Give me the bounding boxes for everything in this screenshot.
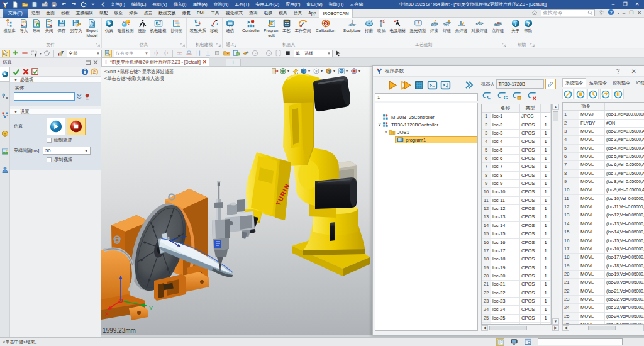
pt-export-icon[interactable] <box>511 91 524 101</box>
instruction-row[interactable]: 9MOVL(loc-8,Vel=0.05000,A <box>563 178 644 186</box>
instruction-tab-控制指令[interactable]: 控制指令 <box>610 79 633 87</box>
prompt-panel-icon[interactable] <box>496 338 504 346</box>
ribbon-button[interactable]: 对接焊缝 <box>470 18 490 34</box>
undo-icon[interactable] <box>60 1 67 8</box>
robot-name-field[interactable]: TR30-1720B <box>496 79 544 89</box>
menu-item-7[interactable]: 工具(T) <box>233 0 251 9</box>
file-menu-button[interactable]: 文件(F) <box>3 9 28 18</box>
ribbon-button[interactable]: 喷涂 <box>375 18 388 34</box>
ribbon-tab-视觉样式[interactable]: 视觉样式 <box>223 9 246 18</box>
run-sim-icon[interactable] <box>387 80 398 91</box>
monitor-icon[interactable] <box>510 338 518 346</box>
ribbon-tab-app[interactable]: App <box>305 9 319 18</box>
exit-env-icon[interactable] <box>271 67 279 75</box>
ribbon-tab-数据交换[interactable]: 数据交换 <box>155 9 179 18</box>
group-flyout-icon[interactable] <box>232 43 236 47</box>
edit-robot-button[interactable] <box>545 79 556 89</box>
dropdown-caret-icon[interactable]: ▾ <box>40 51 42 55</box>
ref-icon[interactable] <box>213 50 221 57</box>
instruction-row[interactable]: 12MOVL(loc-11,Vel=0.05000,A <box>563 203 644 211</box>
info-icon[interactable] <box>81 68 89 75</box>
ribbon-button[interactable]: ExportModel <box>84 18 100 38</box>
group-flyout-icon[interactable] <box>96 43 100 47</box>
menu-item-9[interactable]: 应用(P) <box>284 0 302 9</box>
view-caret-icon[interactable]: ▾ <box>333 69 337 73</box>
appearance-icon[interactable] <box>338 67 345 75</box>
asm-sel-icon[interactable] <box>242 50 250 57</box>
menu-item-4[interactable]: 插入(I) <box>172 0 189 9</box>
location-row[interactable]: 5loc-5CPOS1 <box>482 147 551 155</box>
ribbon-button[interactable]: 角焊缝 <box>453 18 470 34</box>
solid-tab-icon[interactable] <box>0 126 10 141</box>
bracket-icon[interactable] <box>274 50 282 57</box>
con-coincide-icon[interactable] <box>175 50 184 57</box>
settings-section-header[interactable]: ▼ 设置 <box>10 109 101 115</box>
scroll-left-icon[interactable]: ◀ <box>481 325 488 331</box>
ribbon-tab-查询[interactable]: 查询 <box>246 9 261 18</box>
instruction-tab-IO指令[interactable]: IO指令 <box>633 79 644 87</box>
location-row[interactable]: 24loc-24CPOS1 <box>482 306 551 314</box>
cmd-stop-icon[interactable] <box>575 89 586 99</box>
ribbon-button[interactable]: 机电建模 <box>148 18 169 34</box>
ribbon-tab-仿真[interactable]: 仿真 <box>291 9 306 18</box>
dropdown-caret-icon[interactable] <box>90 1 97 8</box>
instruction-row[interactable]: 14MOVL(loc-13,Vel=0.05000,A <box>563 220 644 228</box>
help-circle-icon[interactable]: ? <box>608 9 614 17</box>
open-recent-icon[interactable] <box>41 1 48 8</box>
new-file-icon[interactable] <box>12 1 19 8</box>
instructions-hscrollbar[interactable]: ◀ ▶ <box>562 325 644 331</box>
location-row[interactable]: 12loc-12CPOS1 <box>482 205 551 213</box>
entity-input[interactable] <box>14 92 75 101</box>
tree-item-tr30-1720bcontroller[interactable]: ∨TR30-1720BController <box>375 121 477 128</box>
record-icon[interactable] <box>284 50 292 57</box>
robot-joint-tab-icon[interactable] <box>0 89 10 104</box>
location-row[interactable]: 3loc-3CPOS1 <box>482 130 551 138</box>
stop-sim-icon[interactable] <box>414 80 425 91</box>
instruction-row[interactable]: 17MOVL(loc-16,Vel=0.05000,A <box>563 245 644 254</box>
hint-partial-icon[interactable]: 2 <box>91 68 98 75</box>
window-dock-icon[interactable] <box>524 338 532 346</box>
stop-simulation-button[interactable] <box>67 118 86 135</box>
dialog-help-button[interactable]: ? <box>616 68 620 75</box>
doc-close-button[interactable]: ✕ <box>637 10 641 16</box>
render-tab-icon[interactable] <box>0 144 10 159</box>
menu-item-5[interactable]: 属性(A) <box>191 0 209 9</box>
filter-icon[interactable] <box>57 50 65 57</box>
menu-item-2[interactable]: 编辑(E) <box>130 0 148 9</box>
instruction-row[interactable]: 3MOVL(loc-2,Vel=0.05000,A <box>563 128 644 136</box>
group-flyout-icon[interactable] <box>530 43 535 47</box>
ribbon-button[interactable]: Calibration <box>313 18 338 34</box>
con-parallel-icon[interactable] <box>194 50 203 57</box>
con-perp-icon[interactable] <box>204 50 212 57</box>
instruction-row[interactable]: 6MOVL(loc-5,Vel=0.05000,A <box>563 153 644 161</box>
instruction-row[interactable]: 23MOVL(loc-22,Vel=0.05000,A <box>563 296 644 304</box>
tree-chevron-icon[interactable]: ∨ <box>383 130 389 135</box>
restore-button[interactable]: ❐ <box>622 0 628 9</box>
ok-icon[interactable] <box>13 68 20 75</box>
instruction-row[interactable]: 18MOVL(loc-17,Vel=0.05000,A <box>563 254 644 262</box>
view-caret-icon[interactable]: ▾ <box>346 69 350 73</box>
new-tab-button[interactable]: + <box>226 59 241 66</box>
ribbon-button[interactable]: Programedit <box>263 18 280 38</box>
ribbon-button[interactable]: 模型库 <box>1 18 18 34</box>
document-tab[interactable]: *图灵变位机焊接2更新叶片程序2.Z3 - [Default] ✕ <box>101 57 209 66</box>
ribbon-tab-点云[interactable]: 点云 <box>141 9 156 18</box>
panel-dock-icon[interactable] <box>86 60 91 65</box>
menu-item-1[interactable]: 文件(F) <box>109 0 127 9</box>
scroll-down-icon[interactable]: ▼ <box>552 318 559 325</box>
ribbon-tab-焊件[interactable]: 焊件 <box>126 9 141 18</box>
pick-arrow-icon[interactable] <box>2 50 10 57</box>
location-row[interactable]: 19loc-19CPOS1 <box>482 264 551 272</box>
instructions-table[interactable]: 指令1MOVJ(loc-1,Vel=100.000002FLYBY#ON3MOV… <box>562 102 644 325</box>
location-row[interactable]: 11loc-11CPOS1 <box>482 197 551 205</box>
box-select-icon[interactable] <box>30 50 38 57</box>
ribbon-button[interactable]: i关于 <box>509 18 522 34</box>
apply-icon[interactable] <box>31 68 39 75</box>
ribbon-tab-电极[interactable]: 电极 <box>261 9 276 18</box>
ribbon-button[interactable]: 点焊缝 <box>490 18 506 34</box>
post-code-icon[interactable] <box>427 80 438 91</box>
record-checkbox[interactable] <box>47 157 52 162</box>
locations-hscrollbar[interactable]: ◀ ▶ <box>481 325 559 331</box>
expand-more-icon[interactable] <box>464 80 475 91</box>
relation-tab-icon[interactable] <box>0 108 10 123</box>
